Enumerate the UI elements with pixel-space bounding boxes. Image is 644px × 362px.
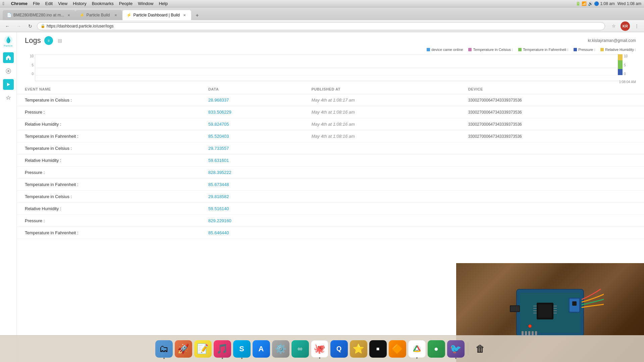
- tab-bme280[interactable]: 📄 BME280/BME280.ino at m... ✕: [3, 10, 75, 20]
- chart-main: [35, 54, 623, 81]
- sidebar: Particle: [0, 32, 17, 362]
- legend-item-pressure: Pressure :: [574, 48, 595, 52]
- dock-finder[interactable]: 🗂: [155, 340, 173, 358]
- forward-button[interactable]: →: [14, 21, 23, 31]
- menu-window[interactable]: Window: [138, 1, 153, 6]
- sidebar-icon-console[interactable]: [3, 79, 14, 90]
- chart-area: 10 5 0: [17, 54, 644, 84]
- dock-separator: [468, 342, 468, 356]
- cell-data: 59.516140: [200, 203, 303, 215]
- cell-device: [460, 215, 644, 227]
- menu-people[interactable]: People: [119, 1, 132, 6]
- cell-event-name: Pressure :: [17, 167, 200, 179]
- cell-event-name: Pressure :: [17, 106, 200, 118]
- tab-particle-build[interactable]: ⚡ Particle Build ✕: [75, 10, 122, 20]
- y-right-label-10: 10: [624, 54, 636, 58]
- dock-github[interactable]: 🐙: [311, 340, 328, 358]
- pause-button[interactable]: ⏸: [44, 36, 53, 45]
- sidebar-icon-integrations[interactable]: [3, 93, 14, 103]
- dock-notes[interactable]: 📝: [194, 340, 212, 358]
- bar-fahrenheit: [618, 60, 623, 69]
- dock-skype[interactable]: S: [233, 340, 251, 358]
- table-row: Pressure : 833.506229 May 4th at 1:08:16…: [17, 106, 644, 118]
- reload-button[interactable]: ↻: [25, 21, 35, 31]
- y-label-0: 0: [25, 72, 34, 76]
- table-row: Pressure : 828.395222: [17, 167, 644, 179]
- tab-favicon-1: 📄: [7, 13, 11, 17]
- sidebar-icon-devices[interactable]: [3, 66, 14, 76]
- tab-close-1[interactable]: ✕: [66, 12, 71, 18]
- dock-black-app[interactable]: ■: [369, 340, 387, 358]
- cell-device: [460, 142, 644, 155]
- legend-label-celsius: Temperature in Celsius :: [473, 48, 513, 52]
- logs-table: EVENT NAME DATA PUBLISHED AT DEVICE Temp…: [17, 84, 644, 239]
- cell-data: 85.520403: [200, 130, 303, 142]
- main-layout: Particle Logs ⏸: [0, 32, 644, 362]
- sidebar-icon-home[interactable]: [3, 52, 14, 63]
- apple-menu[interactable]: : [3, 1, 4, 6]
- clear-button[interactable]: ▤: [56, 37, 64, 44]
- profile-avatar[interactable]: KR: [621, 21, 630, 31]
- table-row: Relative Humidity : 59.516140: [17, 203, 644, 215]
- legend-item-celsius: Temperature in Celsius :: [468, 48, 513, 52]
- svg-marker-3: [7, 83, 10, 86]
- cell-device: 330027000647343339373536: [460, 94, 644, 106]
- dock-chrome[interactable]: [408, 340, 426, 358]
- dock-launchpad[interactable]: 🚀: [175, 340, 192, 358]
- table-row: Temperature in Celsius : 28.968337 May 4…: [17, 94, 644, 106]
- back-button[interactable]: ←: [3, 21, 12, 31]
- legend-item-online: device came online: [427, 48, 463, 52]
- cell-published-at: May 4th at 1:08:16 am: [303, 118, 460, 130]
- dock-twitterrific[interactable]: 🐦: [447, 340, 465, 358]
- col-device: DEVICE: [460, 84, 644, 94]
- dock-trash[interactable]: 🗑: [472, 340, 489, 358]
- new-tab-button[interactable]: +: [193, 11, 202, 20]
- cell-data: 829.229160: [200, 215, 303, 227]
- cell-event-name: Temperature in Celsius :: [17, 94, 200, 106]
- legend-item-fahrenheit: Temperature in Fahrenheit :: [518, 48, 568, 52]
- tab-bar: 📄 BME280/BME280.ino at m... ✕ ⚡ Particle…: [0, 7, 644, 20]
- svg-rect-10: [538, 304, 552, 318]
- settings-icon[interactable]: ⋮: [632, 21, 641, 31]
- legend-dot-pressure: [574, 48, 577, 51]
- cell-event-name: Relative Humidity :: [17, 155, 200, 167]
- menu-chrome[interactable]: Chrome: [11, 1, 28, 6]
- dock-dot-skype: [241, 358, 243, 359]
- dock-appstore[interactable]: A: [253, 340, 270, 358]
- dock-dot-itunes: [222, 358, 223, 359]
- dock-itunes[interactable]: 🎵: [214, 340, 231, 358]
- dock-system-prefs[interactable]: ⚙️: [272, 340, 289, 358]
- chart-y-right: 10 5 0: [623, 54, 636, 81]
- menu-edit[interactable]: Edit: [45, 1, 53, 6]
- menu-bookmarks[interactable]: Bookmarks: [92, 1, 114, 6]
- cell-device: 330027000647343339373536: [460, 130, 644, 142]
- y-right-label-0: 0: [624, 72, 636, 76]
- tab-close-3[interactable]: ✕: [182, 12, 187, 18]
- menu-file[interactable]: File: [33, 1, 40, 6]
- legend-dot-online: [427, 48, 430, 51]
- particle-logo: Particle: [2, 35, 14, 47]
- tab-favicon-2: ⚡: [79, 13, 84, 17]
- url-bar[interactable]: 🔒 https://dashboard.particle.io/user/log…: [37, 22, 605, 30]
- dock-star[interactable]: ⭐: [350, 340, 367, 358]
- legend-label-fahrenheit: Temperature in Fahrenheit :: [523, 48, 568, 52]
- bookmark-star[interactable]: ☆: [609, 21, 619, 31]
- dock-finder2[interactable]: Q: [330, 340, 348, 358]
- dock-dot-twitterrific: [455, 358, 457, 359]
- cell-event-name: Relative Humidity :: [17, 203, 200, 215]
- user-email: kr.kislayraman@gmail.com: [588, 38, 636, 43]
- menu-view[interactable]: View: [58, 1, 67, 6]
- menu-help[interactable]: Help: [159, 1, 168, 6]
- tab-title-3: Particle Dashboard | Build: [133, 13, 180, 17]
- table-row: Temperature in Celsius : 29.733557: [17, 142, 644, 155]
- menu-history[interactable]: History: [73, 1, 86, 6]
- cell-data: 85.673448: [200, 179, 303, 191]
- tab-close-2[interactable]: ✕: [113, 12, 118, 18]
- table-row: Relative Humidity : 59.631601: [17, 155, 644, 167]
- tab-particle-dashboard[interactable]: ⚡ Particle Dashboard | Build ✕: [122, 10, 191, 20]
- content-area: Logs ⏸ ▤ kr.kislayraman@gmail.com device…: [17, 32, 644, 362]
- svg-rect-24: [522, 331, 524, 335]
- dock-vlc[interactable]: 🔶: [389, 340, 406, 358]
- dock-arduino[interactable]: ∞: [291, 340, 309, 358]
- dock-green-app[interactable]: ●: [428, 340, 445, 358]
